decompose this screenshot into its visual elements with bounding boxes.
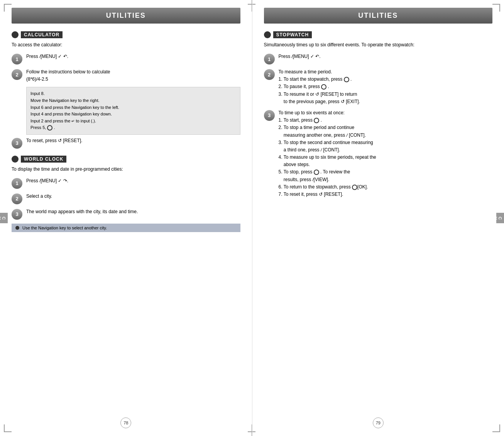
worldclock-step-2: 2 Select a city.	[12, 193, 240, 204]
worldclock-step-3: 3 The world map appears with the city, i…	[12, 208, 240, 220]
wc-menu-icon: /	[39, 178, 41, 183]
view-icon: /	[313, 177, 314, 182]
left-page-num: 78	[120, 417, 131, 428]
menu-icons: ✓ ↶	[57, 54, 67, 59]
left-page: CH4 UTILITIES CALCULATOR To access the c…	[0, 0, 252, 436]
calculator-info-box: Input 8. Move the Navigation key to the …	[26, 87, 240, 135]
calculator-step-3-num: 3	[12, 138, 22, 149]
stopwatch-section-title: STOPWATCH	[264, 31, 493, 38]
sw-reset-icon: ↺	[315, 92, 319, 97]
left-side-tab: CH4	[0, 213, 8, 224]
worldclock-step-2-content: Select a city.	[26, 193, 52, 200]
tip-dot	[15, 226, 19, 230]
info-line-1: Input 8.	[30, 90, 236, 97]
tip-text: Use the Navigation key to select another…	[22, 226, 107, 230]
stopwatch-step-2-num: 2	[264, 69, 275, 80]
stop-icon	[314, 170, 319, 175]
stopwatch-dot	[264, 31, 271, 38]
stopwatch-step-3-content: To time up to six events at once: 1. To …	[279, 109, 376, 198]
sw-menu-icon: /	[292, 54, 293, 59]
stopwatch-step-1-num: 1	[264, 54, 275, 64]
wc-menu-icons: ✓ ↷	[57, 178, 67, 183]
calculator-intro: To access the calculator:	[12, 41, 240, 48]
sw-step3-list-4: 4. To measure up to six time periods, re…	[279, 154, 376, 167]
stopwatch-step-1-content: Press /[MENU] ✓ ↶.	[279, 53, 321, 60]
reset-icon: ↺	[58, 138, 62, 143]
right-page-num: 79	[373, 417, 384, 428]
worldclock-tip-box: Use the Navigation key to select another…	[12, 224, 240, 232]
sw-step2-list-1: 1. To start the stopwatch, press .	[279, 76, 352, 82]
info-line-4: Input 4 and press the Navigation key dow…	[30, 111, 236, 118]
worldclock-dot	[12, 156, 19, 163]
stopwatch-step-3: 3 To time up to six events at once: 1. T…	[264, 109, 493, 198]
info-line-5: Input 2 and press the ↵ to input (.).	[30, 118, 236, 125]
info-line-6: Press 5, .	[30, 124, 236, 131]
calculator-step-1: 1 Press /[MENU] ✓ ↶.	[12, 53, 240, 64]
calculator-section-title: CALCULATOR	[12, 31, 240, 38]
worldclock-step-2-num: 2	[12, 193, 22, 204]
sw-step3-list-7: 7. To reset it, press ↺ [RESET].	[279, 192, 343, 197]
worldclock-step-1-content: Press /[MENU] ✓ ↷.	[26, 177, 68, 185]
menu-icon: /	[39, 54, 41, 59]
calculator-dot	[12, 31, 19, 38]
calculator-step-3: 3 To reset, press ↺ [RESET].	[12, 137, 240, 149]
calculator-step-3-content: To reset, press ↺ [RESET].	[26, 137, 82, 144]
worldclock-intro: To display the time and date in pre-prog…	[12, 166, 240, 173]
calculator-label: CALCULATOR	[21, 31, 63, 38]
sw-step3-list-2: 2. To stop a time period and continue me…	[279, 125, 366, 137]
pause-icon	[321, 84, 326, 90]
calculator-step-1-content: Press /[MENU] ✓ ↶.	[26, 53, 68, 60]
ok-icon	[47, 125, 52, 131]
worldclock-step-3-content: The world map appears with the city, its…	[26, 208, 138, 215]
stopwatch-intro: Simultaneously times up to six different…	[264, 41, 493, 48]
calculator-step-2-num: 2	[12, 69, 22, 80]
sw-final-reset-icon: ↺	[319, 192, 323, 197]
cont-icon1: /	[347, 133, 348, 137]
calculator-step-2: 2 Follow the instructions below to calcu…	[12, 68, 240, 83]
cont-icon2: /	[321, 148, 322, 152]
sw-step3-list-3: 3. To stop the second and continue measu…	[279, 140, 373, 153]
sw-step3-list-1: 1. To start, press .	[279, 117, 322, 123]
right-side-tab: CH4	[496, 213, 504, 224]
calculator-step-1-num: 1	[12, 54, 22, 64]
page-spread: CH4 UTILITIES CALCULATOR To access the c…	[0, 0, 504, 436]
stopwatch-step-2: 2 To measure a time period. 1. To start …	[264, 68, 493, 105]
sw-exit-icon: ↺	[341, 99, 345, 104]
worldclock-step-1: 1 Press /[MENU] ✓ ↷.	[12, 177, 240, 189]
sw-start-icon	[314, 118, 319, 123]
sw-step2-list-2: 2. To pause it, press .	[279, 84, 329, 89]
worldclock-label: WORLD CLOCK	[21, 156, 66, 163]
worldclock-step-3-num: 3	[12, 209, 22, 220]
calculator-step-2-content: Follow the instructions below to calcula…	[26, 68, 110, 83]
ok-icon2	[352, 185, 357, 190]
pages-container: CH4 UTILITIES CALCULATOR To access the c…	[0, 0, 504, 436]
sw-step3-list-5: 5. To stop, press . To review the result…	[279, 169, 350, 182]
stopwatch-step-2-content: To measure a time period. 1. To start th…	[279, 68, 360, 105]
stopwatch-step-3-num: 3	[264, 110, 275, 121]
start-icon	[344, 77, 349, 82]
worldclock-step-1-num: 1	[12, 178, 22, 189]
right-page-header: UTILITIES	[264, 8, 493, 24]
info-line-3: Input 6 and press the Navigation key to …	[30, 104, 236, 111]
sw-menu-icons: ✓ ↶	[309, 54, 320, 59]
sw-step3-list-6: 6. To return to the stopwatch, press [OK…	[279, 184, 368, 190]
info-line-2: Move the Navigation key to the right.	[30, 97, 236, 104]
stopwatch-step-1: 1 Press /[MENU] ✓ ↶.	[264, 53, 493, 64]
stopwatch-label: STOPWATCH	[273, 31, 312, 38]
worldclock-section-title: WORLD CLOCK	[12, 156, 240, 163]
left-page-header: UTILITIES	[12, 8, 240, 24]
right-page: CH4 UTILITIES STOPWATCH Simultaneously t…	[252, 0, 504, 436]
sw-step2-list-3: 3. To resume it or ↺ [RESET] to return t…	[279, 92, 360, 104]
